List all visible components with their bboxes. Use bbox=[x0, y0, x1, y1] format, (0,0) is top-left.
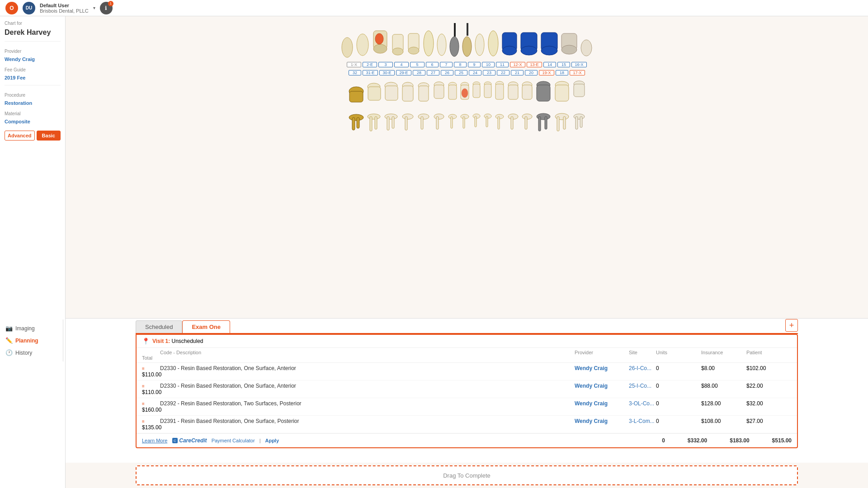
tooth-num-3[interactable]: 3 bbox=[378, 62, 393, 67]
tooth-17[interactable] bbox=[572, 79, 586, 103]
row-insurance: $8.00 bbox=[701, 365, 746, 371]
mode-buttons: Advanced Basic bbox=[5, 131, 61, 141]
schedule-content: 📍 Visit 1: Unscheduled Code - Descriptio… bbox=[136, 334, 798, 448]
tooth-22[interactable] bbox=[494, 79, 505, 105]
tooth-num-2[interactable]: 2-E bbox=[363, 62, 377, 67]
table-row[interactable]: ≡ D2330 - Resin Based Restoration, One S… bbox=[137, 363, 797, 380]
tooth-num-9[interactable]: 9 bbox=[468, 62, 481, 67]
logo-icon[interactable]: O bbox=[5, 2, 18, 14]
tooth-2[interactable] bbox=[355, 28, 370, 59]
tooth-num-18[interactable]: 18 bbox=[556, 70, 568, 75]
tooth-29[interactable] bbox=[401, 79, 415, 107]
table-row[interactable]: ≡ D2330 - Resin Based Restoration, One S… bbox=[137, 380, 797, 398]
tooth-num-20[interactable]: 20 bbox=[525, 70, 538, 75]
row-units: 0 bbox=[656, 383, 701, 389]
tooth-num-30[interactable]: 30-E bbox=[379, 70, 395, 75]
table-row[interactable]: ≡ D2392 - Resin Based Restoration, Two S… bbox=[137, 398, 797, 416]
tooth-27[interactable] bbox=[432, 79, 446, 105]
tooth-20[interactable] bbox=[521, 79, 533, 105]
apply-button[interactable]: Apply bbox=[265, 438, 279, 443]
tooth-num-15[interactable]: 15 bbox=[557, 62, 570, 67]
tooth-15[interactable] bbox=[560, 31, 578, 59]
row-total: $110.00 bbox=[142, 371, 160, 378]
clock-icon: 🕐 bbox=[5, 349, 13, 356]
tooth-9[interactable] bbox=[462, 23, 473, 59]
tooth-num-25[interactable]: 25 bbox=[455, 70, 467, 75]
tooth-num-5[interactable]: 5 bbox=[410, 62, 425, 67]
tooth-num-24[interactable]: 24 bbox=[469, 70, 481, 75]
tooth-num-27[interactable]: 27 bbox=[427, 70, 439, 75]
tooth-21[interactable] bbox=[507, 79, 519, 105]
tooth-8[interactable] bbox=[449, 23, 460, 59]
tooth-26[interactable] bbox=[447, 79, 458, 105]
tooth-num-31[interactable]: 31-E bbox=[363, 70, 378, 75]
tooth-3[interactable] bbox=[371, 26, 389, 59]
root-31-svg bbox=[366, 113, 382, 136]
svg-point-25 bbox=[581, 40, 592, 56]
tooth-13[interactable] bbox=[519, 29, 538, 59]
tooth-num-26[interactable]: 26 bbox=[441, 70, 453, 75]
tooth-28[interactable] bbox=[416, 79, 431, 107]
svg-rect-54 bbox=[537, 85, 550, 101]
nav-planning[interactable]: ✏️ Planning bbox=[0, 334, 63, 347]
tooth-31-svg bbox=[366, 79, 382, 105]
tab-scheduled[interactable]: Scheduled bbox=[136, 320, 182, 333]
notification-bell[interactable]: ℹ 1 bbox=[100, 2, 113, 14]
tooth-num-19[interactable]: 19-X bbox=[539, 70, 554, 75]
tooth-14[interactable] bbox=[540, 29, 559, 59]
tab-exam-one[interactable]: Exam One bbox=[182, 320, 230, 333]
table-row[interactable]: ≡ D2391 - Resin Based Restoration, One S… bbox=[137, 416, 797, 433]
svg-rect-85 bbox=[511, 117, 513, 129]
nav-history[interactable]: 🕐 History bbox=[0, 347, 63, 359]
tooth-31[interactable] bbox=[366, 79, 382, 107]
tooth-num-10[interactable]: 10 bbox=[482, 62, 495, 67]
nav-imaging[interactable]: 📷 Imaging bbox=[0, 322, 63, 334]
payment-calculator-link[interactable]: Payment Calculator bbox=[212, 438, 255, 443]
user-dropdown-icon[interactable]: ▾ bbox=[93, 5, 95, 10]
tooth-num-23[interactable]: 23 bbox=[483, 70, 495, 75]
tooth-18[interactable] bbox=[553, 79, 571, 108]
tooth-num-4[interactable]: 4 bbox=[394, 62, 409, 67]
tooth-30[interactable] bbox=[383, 79, 399, 107]
tooth-num-21[interactable]: 21 bbox=[511, 70, 524, 75]
tooth-19[interactable] bbox=[535, 79, 552, 108]
tooth-5[interactable] bbox=[406, 31, 421, 59]
tooth-num-12[interactable]: 12-X bbox=[510, 62, 525, 67]
tooth-7[interactable] bbox=[436, 28, 448, 59]
learn-more-link[interactable]: Learn More bbox=[142, 438, 167, 443]
tooth-num-17[interactable]: 17-X bbox=[570, 70, 585, 75]
tooth-12[interactable] bbox=[501, 29, 518, 59]
basic-button[interactable]: Basic bbox=[37, 131, 61, 141]
user-org: Brisbois Dental, PLLC bbox=[40, 8, 89, 14]
tooth-1[interactable] bbox=[340, 32, 354, 59]
root-19-svg bbox=[535, 113, 552, 136]
tooth-num-16[interactable]: 16-X bbox=[571, 62, 587, 67]
tooth-24[interactable] bbox=[472, 79, 481, 104]
svg-rect-61 bbox=[357, 117, 359, 128]
tooth-num-22[interactable]: 22 bbox=[497, 70, 509, 75]
tooth-num-29[interactable]: 29-E bbox=[396, 70, 411, 75]
tooth-num-6[interactable]: 6 bbox=[426, 62, 439, 67]
tooth-num-14[interactable]: 14 bbox=[543, 62, 556, 67]
tooth-23[interactable] bbox=[483, 79, 493, 104]
tooth-6[interactable] bbox=[422, 24, 435, 59]
tooth-num-8[interactable]: 8 bbox=[454, 62, 467, 67]
tooth-num-13[interactable]: 13-E bbox=[527, 62, 542, 67]
svg-rect-56 bbox=[555, 85, 569, 101]
tooth-10[interactable] bbox=[474, 28, 486, 59]
tooth-num-28[interactable]: 28 bbox=[413, 70, 425, 75]
add-tab-button[interactable]: + bbox=[785, 319, 798, 332]
tooth-16[interactable] bbox=[580, 35, 593, 59]
tooth-num-7[interactable]: 7 bbox=[440, 62, 453, 67]
tooth-25[interactable] bbox=[459, 79, 470, 105]
tooth-4[interactable] bbox=[391, 31, 405, 59]
tooth-num-1[interactable]: 1-X bbox=[347, 62, 361, 67]
svg-point-12 bbox=[450, 37, 459, 56]
root-26 bbox=[447, 113, 458, 136]
tooth-32[interactable] bbox=[348, 79, 365, 108]
advanced-button[interactable]: Advanced bbox=[5, 131, 35, 141]
tooth-num-11[interactable]: 11 bbox=[496, 62, 509, 67]
tooth-num-32[interactable]: 32 bbox=[349, 70, 361, 75]
row-total: $160.00 bbox=[142, 407, 160, 413]
tooth-11[interactable] bbox=[487, 24, 500, 59]
